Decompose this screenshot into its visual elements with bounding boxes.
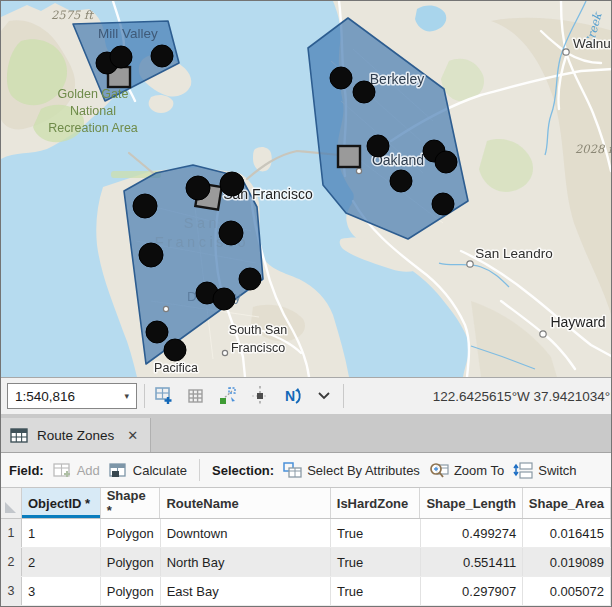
zoom-to-button[interactable]: Zoom To <box>429 462 504 479</box>
cell-objectid[interactable]: 1 <box>22 519 101 547</box>
cell-ishardzone[interactable]: True <box>331 519 421 547</box>
svg-text:National: National <box>70 104 116 118</box>
table-row[interactable]: 2 2 Polygon North Bay True 0.551411 0.01… <box>1 548 611 577</box>
arcgis-pro-window: 2575 ft 2028 ft Creek Mill Valley Golden… <box>0 0 612 607</box>
edit-vertices-icon[interactable] <box>216 383 240 409</box>
facility-marker[interactable] <box>338 146 360 167</box>
table-header-row: ObjectID * Shape * RouteName IsHardZone … <box>1 488 611 519</box>
coordinate-readout: 122.6425615°W 37.9421034°N <box>433 389 612 404</box>
stop-marker[interactable] <box>213 288 235 310</box>
column-header-shape[interactable]: Shape * <box>101 488 161 518</box>
city-label-hayward: Hayward <box>550 314 605 330</box>
stop-marker[interactable] <box>146 321 168 343</box>
zoom-to-icon <box>429 462 449 479</box>
cell-shape-area[interactable]: 0.005072 <box>523 577 611 605</box>
row-number[interactable]: 1 <box>1 519 22 547</box>
cell-ishardzone[interactable]: True <box>331 548 421 576</box>
cell-shape-area[interactable]: 0.016415 <box>523 519 611 547</box>
switch-selection-icon <box>513 462 533 479</box>
column-header-shape-length[interactable]: Shape_Length <box>420 488 523 518</box>
select-by-attributes-icon <box>283 462 302 478</box>
elevation-label: 2028 ft <box>575 142 611 156</box>
row-number[interactable]: 3 <box>1 577 22 605</box>
cell-shape-length[interactable]: 0.499274 <box>421 519 524 547</box>
county-label-san-francisco: San <box>184 215 220 231</box>
stop-marker[interactable] <box>133 194 157 218</box>
table-row[interactable]: 1 1 Polygon Downtown True 0.499274 0.016… <box>1 519 611 548</box>
expand-chevron-icon[interactable] <box>312 383 336 409</box>
cell-routename[interactable]: North Bay <box>161 548 331 576</box>
cell-routename[interactable]: Downtown <box>161 519 331 547</box>
grid-icon[interactable] <box>184 383 208 409</box>
svg-text:N: N <box>285 388 295 404</box>
column-header-objectid[interactable]: ObjectID * <box>22 488 101 518</box>
stop-marker[interactable] <box>432 193 454 215</box>
close-icon[interactable]: ✕ <box>127 428 138 443</box>
calculate-icon <box>109 463 128 478</box>
field-group-label: Field: <box>9 463 44 478</box>
snapping-icon[interactable] <box>248 383 272 409</box>
separator <box>199 459 200 481</box>
column-header-routename[interactable]: RouteName <box>160 488 330 518</box>
tab-route-zones[interactable]: Route Zones ✕ <box>1 418 151 452</box>
cell-shape[interactable]: Polygon <box>101 519 161 547</box>
stop-marker[interactable] <box>367 135 389 157</box>
row-number[interactable]: 2 <box>1 548 22 576</box>
add-field-icon <box>53 463 72 478</box>
park-label-ggnra: Golden Gate <box>58 87 129 101</box>
separator <box>343 384 344 408</box>
switch-selection-button[interactable]: Switch <box>513 462 576 479</box>
table-icon <box>10 428 28 443</box>
add-view-icon[interactable] <box>152 383 176 409</box>
elevation-label: 2575 ft <box>51 8 94 22</box>
select-by-attributes-button[interactable]: Select By Attributes <box>283 462 420 478</box>
table-row[interactable]: 3 3 Polygon East Bay True 0.297907 0.005… <box>1 577 611 606</box>
city-label-south-san-francisco: South San <box>229 323 287 337</box>
stop-marker[interactable] <box>220 172 244 196</box>
scale-value: 1:540,816 <box>15 389 75 404</box>
stop-marker[interactable] <box>110 46 132 68</box>
city-label-walnut-creek: Walnut Creek <box>573 36 611 51</box>
selection-group-label: Selection: <box>212 463 274 478</box>
cell-ishardzone[interactable]: True <box>331 577 421 605</box>
separator <box>144 384 145 408</box>
cell-shape[interactable]: Polygon <box>101 577 161 605</box>
city-label-mill-valley: Mill Valley <box>98 26 158 41</box>
city-label-pacifica: Pacifica <box>154 361 198 375</box>
cell-shape-area[interactable]: 0.019089 <box>523 548 611 576</box>
stop-marker[interactable] <box>151 45 173 67</box>
table-toolbar: Field: Add Calculate Selection: Select B… <box>1 453 611 488</box>
cell-shape-length[interactable]: 0.551411 <box>421 548 524 576</box>
stop-marker[interactable] <box>186 176 210 200</box>
stop-marker[interactable] <box>164 339 186 361</box>
add-field-button[interactable]: Add <box>53 463 100 478</box>
column-header-ishardzone[interactable]: IsHardZone <box>331 488 421 518</box>
column-header-shape-area[interactable]: Shape_Area <box>523 488 611 518</box>
table-corner-selector[interactable] <box>1 488 22 518</box>
stop-marker[interactable] <box>390 170 412 192</box>
cell-objectid[interactable]: 3 <box>22 577 101 605</box>
map-view[interactable]: 2575 ft 2028 ft Creek Mill Valley Golden… <box>1 1 611 377</box>
cell-objectid[interactable]: 2 <box>22 548 101 576</box>
cell-shape-length[interactable]: 0.297907 <box>421 577 524 605</box>
svg-text:Francisco: Francisco <box>231 341 285 355</box>
city-label-berkeley: Berkeley <box>370 71 424 87</box>
attribute-table: ObjectID * Shape * RouteName IsHardZone … <box>1 488 611 606</box>
map-canvas[interactable]: 2575 ft 2028 ft Creek Mill Valley Golden… <box>1 1 611 377</box>
stop-marker[interactable] <box>239 268 261 290</box>
map-status-bar: 1:540,816 ▾ N 122.6425615°W <box>1 377 611 414</box>
stop-marker[interactable] <box>139 243 163 267</box>
stop-marker[interactable] <box>219 221 243 245</box>
tab-title: Route Zones <box>37 428 114 443</box>
stop-marker[interactable] <box>353 81 375 103</box>
cell-shape[interactable]: Polygon <box>101 548 161 576</box>
cell-routename[interactable]: East Bay <box>161 577 331 605</box>
north-arrow-icon[interactable]: N <box>280 383 304 409</box>
stop-marker[interactable] <box>435 151 457 173</box>
scale-combobox[interactable]: 1:540,816 ▾ <box>7 383 137 409</box>
table-tab-strip: Route Zones ✕ <box>1 414 611 453</box>
svg-text:Recreation Area: Recreation Area <box>48 121 138 135</box>
city-label-san-leandro: San Leandro <box>475 246 552 261</box>
stop-marker[interactable] <box>330 67 352 89</box>
calculate-field-button[interactable]: Calculate <box>109 463 187 478</box>
